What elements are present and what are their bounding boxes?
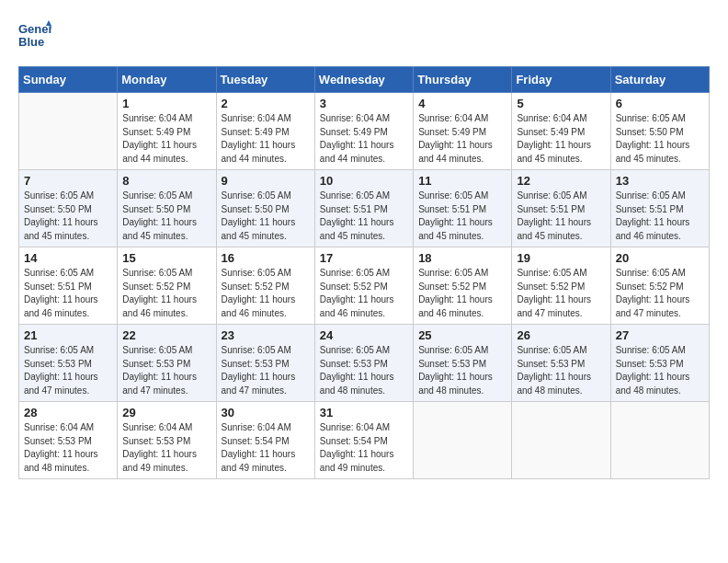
day-info: Sunrise: 6:04 AM Sunset: 5:53 PM Dayligh… (122, 421, 210, 475)
calendar-cell: 28Sunrise: 6:04 AM Sunset: 5:53 PM Dayli… (19, 402, 118, 479)
day-number: 23 (222, 328, 310, 342)
day-number: 3 (320, 97, 408, 110)
day-info: Sunrise: 6:05 AM Sunset: 5:53 PM Dayligh… (122, 344, 210, 397)
col-header-monday: Monday (118, 67, 216, 93)
day-number: 31 (320, 406, 408, 419)
col-header-wednesday: Wednesday (314, 67, 413, 93)
day-number: 1 (122, 97, 210, 110)
day-number: 24 (320, 328, 408, 342)
calendar-cell: 29Sunrise: 6:04 AM Sunset: 5:53 PM Dayli… (118, 402, 216, 479)
day-number: 4 (418, 97, 506, 110)
calendar-cell: 2Sunrise: 6:04 AM Sunset: 5:49 PM Daylig… (216, 93, 314, 170)
calendar-cell: 19Sunrise: 6:05 AM Sunset: 5:52 PM Dayli… (512, 247, 610, 325)
day-number: 19 (517, 251, 605, 265)
day-info: Sunrise: 6:05 AM Sunset: 5:53 PM Dayligh… (24, 344, 112, 397)
calendar-cell: 14Sunrise: 6:05 AM Sunset: 5:51 PM Dayli… (19, 247, 118, 325)
col-header-thursday: Thursday (414, 67, 512, 93)
calendar-cell: 22Sunrise: 6:05 AM Sunset: 5:53 PM Dayli… (118, 325, 216, 402)
day-info: Sunrise: 6:05 AM Sunset: 5:50 PM Dayligh… (24, 190, 112, 243)
page-header: General Blue (18, 18, 710, 52)
calendar-cell: 11Sunrise: 6:05 AM Sunset: 5:51 PM Dayli… (414, 170, 512, 247)
calendar-cell: 25Sunrise: 6:05 AM Sunset: 5:53 PM Dayli… (414, 325, 512, 402)
calendar-cell: 10Sunrise: 6:05 AM Sunset: 5:51 PM Dayli… (314, 170, 413, 247)
day-info: Sunrise: 6:05 AM Sunset: 5:51 PM Dayligh… (616, 190, 704, 243)
day-info: Sunrise: 6:05 AM Sunset: 5:53 PM Dayligh… (616, 344, 704, 397)
day-number: 16 (222, 251, 310, 265)
day-info: Sunrise: 6:05 AM Sunset: 5:52 PM Dayligh… (222, 267, 310, 320)
day-info: Sunrise: 6:05 AM Sunset: 5:50 PM Dayligh… (122, 190, 210, 243)
calendar-table: SundayMondayTuesdayWednesdayThursdayFrid… (18, 66, 710, 479)
day-number: 13 (616, 174, 704, 188)
day-info: Sunrise: 6:05 AM Sunset: 5:53 PM Dayligh… (517, 344, 605, 397)
day-info: Sunrise: 6:04 AM Sunset: 5:49 PM Dayligh… (122, 112, 210, 166)
day-info: Sunrise: 6:05 AM Sunset: 5:52 PM Dayligh… (320, 267, 408, 320)
day-info: Sunrise: 6:04 AM Sunset: 5:49 PM Dayligh… (320, 112, 408, 166)
calendar-cell: 3Sunrise: 6:04 AM Sunset: 5:49 PM Daylig… (314, 93, 413, 170)
calendar-cell: 26Sunrise: 6:05 AM Sunset: 5:53 PM Dayli… (512, 325, 610, 402)
day-info: Sunrise: 6:05 AM Sunset: 5:52 PM Dayligh… (122, 267, 210, 320)
calendar-cell: 9Sunrise: 6:05 AM Sunset: 5:50 PM Daylig… (216, 170, 314, 247)
day-number: 26 (517, 328, 605, 342)
day-info: Sunrise: 6:05 AM Sunset: 5:51 PM Dayligh… (517, 190, 605, 243)
day-number: 29 (122, 406, 210, 419)
calendar-cell: 21Sunrise: 6:05 AM Sunset: 5:53 PM Dayli… (19, 325, 118, 402)
col-header-friday: Friday (512, 67, 610, 93)
day-info: Sunrise: 6:05 AM Sunset: 5:53 PM Dayligh… (320, 344, 408, 397)
day-info: Sunrise: 6:05 AM Sunset: 5:52 PM Dayligh… (616, 267, 704, 320)
day-number: 6 (616, 97, 704, 110)
col-header-tuesday: Tuesday (216, 67, 314, 93)
calendar-cell: 12Sunrise: 6:05 AM Sunset: 5:51 PM Dayli… (512, 170, 610, 247)
day-info: Sunrise: 6:04 AM Sunset: 5:53 PM Dayligh… (24, 421, 112, 475)
day-info: Sunrise: 6:04 AM Sunset: 5:49 PM Dayligh… (418, 112, 506, 166)
day-number: 15 (122, 251, 210, 265)
day-number: 17 (320, 251, 408, 265)
day-number: 9 (222, 174, 310, 188)
day-number: 28 (24, 406, 112, 419)
day-info: Sunrise: 6:05 AM Sunset: 5:52 PM Dayligh… (517, 267, 605, 320)
calendar-cell: 23Sunrise: 6:05 AM Sunset: 5:53 PM Dayli… (216, 325, 314, 402)
day-info: Sunrise: 6:05 AM Sunset: 5:52 PM Dayligh… (418, 267, 506, 320)
calendar-cell: 1Sunrise: 6:04 AM Sunset: 5:49 PM Daylig… (118, 93, 216, 170)
calendar-cell: 7Sunrise: 6:05 AM Sunset: 5:50 PM Daylig… (19, 170, 118, 247)
day-number: 14 (24, 251, 112, 265)
calendar-cell: 24Sunrise: 6:05 AM Sunset: 5:53 PM Dayli… (314, 325, 413, 402)
calendar-cell: 18Sunrise: 6:05 AM Sunset: 5:52 PM Dayli… (414, 247, 512, 325)
logo: General Blue (18, 18, 51, 52)
day-number: 21 (24, 328, 112, 342)
col-header-sunday: Sunday (19, 67, 118, 93)
day-number: 2 (222, 97, 310, 110)
day-info: Sunrise: 6:04 AM Sunset: 5:49 PM Dayligh… (222, 112, 310, 166)
day-number: 10 (320, 174, 408, 188)
day-number: 12 (517, 174, 605, 188)
day-info: Sunrise: 6:04 AM Sunset: 5:54 PM Dayligh… (222, 421, 310, 475)
calendar-cell: 5Sunrise: 6:04 AM Sunset: 5:49 PM Daylig… (512, 93, 610, 170)
calendar-cell: 8Sunrise: 6:05 AM Sunset: 5:50 PM Daylig… (118, 170, 216, 247)
day-number: 8 (122, 174, 210, 188)
day-info: Sunrise: 6:04 AM Sunset: 5:49 PM Dayligh… (517, 112, 605, 166)
calendar-cell: 6Sunrise: 6:05 AM Sunset: 5:50 PM Daylig… (610, 93, 709, 170)
day-number: 5 (517, 97, 605, 110)
day-info: Sunrise: 6:05 AM Sunset: 5:53 PM Dayligh… (222, 344, 310, 397)
day-info: Sunrise: 6:05 AM Sunset: 5:50 PM Dayligh… (222, 190, 310, 243)
calendar-cell: 27Sunrise: 6:05 AM Sunset: 5:53 PM Dayli… (610, 325, 709, 402)
day-number: 11 (418, 174, 506, 188)
day-number: 18 (418, 251, 506, 265)
calendar-cell: 17Sunrise: 6:05 AM Sunset: 5:52 PM Dayli… (314, 247, 413, 325)
calendar-cell: 13Sunrise: 6:05 AM Sunset: 5:51 PM Dayli… (610, 170, 709, 247)
svg-text:Blue: Blue (18, 35, 44, 49)
day-number: 25 (418, 328, 506, 342)
calendar-cell (512, 402, 610, 479)
day-info: Sunrise: 6:05 AM Sunset: 5:51 PM Dayligh… (418, 190, 506, 243)
day-info: Sunrise: 6:05 AM Sunset: 5:51 PM Dayligh… (320, 190, 408, 243)
calendar-cell: 30Sunrise: 6:04 AM Sunset: 5:54 PM Dayli… (216, 402, 314, 479)
svg-text:General: General (18, 22, 51, 36)
calendar-cell (414, 402, 512, 479)
calendar-cell: 15Sunrise: 6:05 AM Sunset: 5:52 PM Dayli… (118, 247, 216, 325)
day-info: Sunrise: 6:05 AM Sunset: 5:53 PM Dayligh… (418, 344, 506, 397)
logo-icon: General Blue (18, 18, 51, 52)
day-info: Sunrise: 6:05 AM Sunset: 5:50 PM Dayligh… (616, 112, 704, 166)
day-info: Sunrise: 6:04 AM Sunset: 5:54 PM Dayligh… (320, 421, 408, 475)
day-info: Sunrise: 6:05 AM Sunset: 5:51 PM Dayligh… (24, 267, 112, 320)
day-number: 7 (24, 174, 112, 188)
calendar-cell: 20Sunrise: 6:05 AM Sunset: 5:52 PM Dayli… (610, 247, 709, 325)
